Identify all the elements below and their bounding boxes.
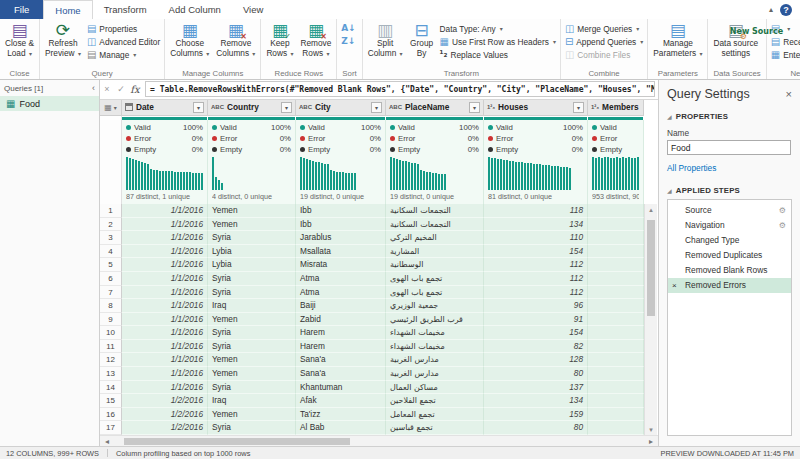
data-type-any-button[interactable]: Data Type: Any▾ [438, 22, 558, 35]
cell[interactable]: تجمع المعامل [386, 408, 484, 422]
cell[interactable]: Ta'izz [296, 408, 386, 422]
cell[interactable] [588, 394, 644, 408]
value-distribution-histogram[interactable] [390, 157, 479, 190]
scroll-right-icon[interactable]: ▸ [644, 437, 658, 446]
cell[interactable]: Zabid [296, 313, 386, 327]
help-icon[interactable]: ? [780, 4, 792, 16]
cell[interactable]: Atma [296, 286, 386, 300]
properties-section-header[interactable]: ◢ PROPERTIES [667, 112, 800, 121]
tab-transform[interactable]: Transform [93, 0, 158, 19]
cell[interactable]: 1/2/2016 [122, 421, 208, 435]
cell[interactable] [588, 313, 644, 327]
formula-input[interactable]: = Table.RemoveRowsWithErrors(#"Removed B… [145, 81, 655, 97]
cell[interactable]: Iraq [208, 299, 296, 313]
cell[interactable]: Harem [296, 326, 386, 340]
applied-steps-section-header[interactable]: ◢ APPLIED STEPS [667, 186, 800, 195]
select-all-button[interactable]: ▦▾ [100, 100, 122, 116]
row-number[interactable]: 11 [100, 340, 122, 354]
cell[interactable] [588, 231, 644, 245]
combine-files-button[interactable]: ◫Combine Files [563, 48, 645, 61]
cell[interactable]: 96 [484, 299, 588, 313]
cell[interactable] [588, 408, 644, 422]
column-header-country[interactable]: ABCCountry▾ [208, 100, 296, 116]
cell[interactable]: 1/2/2016 [122, 408, 208, 422]
cell[interactable]: المخيم التركي [386, 231, 484, 245]
all-properties-link[interactable]: All Properties [667, 163, 800, 173]
cell[interactable]: 80 [484, 367, 588, 381]
append-queries-button[interactable]: ⊟Append Queries▾ [563, 35, 645, 48]
row-number[interactable]: 4 [100, 245, 122, 259]
cell[interactable] [588, 204, 644, 218]
cell[interactable]: 110 [484, 231, 588, 245]
cell[interactable]: 134 [484, 218, 588, 232]
replace-values-button[interactable]: ¹₂Replace Values [438, 48, 558, 61]
cell[interactable]: 118 [484, 204, 588, 218]
cell[interactable]: Khantuman [296, 381, 386, 395]
close-load-button[interactable]: ▤Close &Load ▾ [2, 20, 37, 69]
query-item-food[interactable]: ▦Food [0, 96, 99, 111]
new-source-button[interactable]: ▤New Source▾ [769, 22, 800, 35]
cell[interactable] [588, 421, 644, 435]
value-distribution-histogram[interactable] [592, 157, 639, 190]
merge-queries-button[interactable]: ◫Merge Queries▾ [563, 22, 645, 35]
cell[interactable]: Syria [208, 272, 296, 286]
row-number[interactable]: 12 [100, 353, 122, 367]
cell[interactable] [588, 353, 644, 367]
row-number[interactable]: 8 [100, 299, 122, 313]
row-number[interactable]: 10 [100, 326, 122, 340]
filter-button[interactable]: ▾ [469, 102, 480, 113]
cell[interactable]: Al Bab [296, 421, 386, 435]
cell[interactable]: Syria [208, 421, 296, 435]
row-number[interactable]: 17 [100, 421, 122, 435]
cell[interactable]: مخيمات الشهداء [386, 326, 484, 340]
cell[interactable]: تجمع الفلاحين [386, 394, 484, 408]
cell[interactable] [588, 218, 644, 232]
cell[interactable]: التجمعات السكانية [386, 218, 484, 232]
tab-file[interactable]: File [0, 0, 43, 19]
cancel-formula-icon[interactable]: × [100, 84, 114, 94]
cell[interactable]: Ibb [296, 218, 386, 232]
value-distribution-histogram[interactable] [300, 157, 381, 190]
cell[interactable]: 128 [484, 353, 588, 367]
recent-sources-button[interactable]: ▤Recent Sources▾ [769, 35, 800, 48]
step-settings-gear-icon[interactable]: ⚙ [779, 218, 786, 233]
cell[interactable]: 112 [484, 258, 588, 272]
cell[interactable]: تجمع قباسين [386, 421, 484, 435]
delete-step-icon[interactable]: × [672, 278, 677, 293]
row-number[interactable]: 2 [100, 218, 122, 232]
cell[interactable]: المشارية [386, 245, 484, 259]
close-pane-icon[interactable]: × [786, 88, 792, 100]
cell[interactable]: 1/1/2016 [122, 286, 208, 300]
cell[interactable]: 80 [484, 421, 588, 435]
cell[interactable]: جمعية الوزيري [386, 299, 484, 313]
collapse-ribbon-icon[interactable]: ▴ [769, 5, 773, 14]
cell[interactable]: Yemen [208, 367, 296, 381]
choose-columns-button[interactable]: ▦ChooseColumns ▾ [167, 20, 212, 69]
row-number[interactable]: 3 [100, 231, 122, 245]
sort-descending-button[interactable]: Z↓ [339, 35, 358, 48]
cell[interactable]: 1/1/2016 [122, 258, 208, 272]
applied-step-removed-errors[interactable]: ×Removed Errors [668, 278, 791, 293]
cell[interactable]: Syria [208, 381, 296, 395]
row-number[interactable]: 13 [100, 367, 122, 381]
cell[interactable]: 1/1/2016 [122, 367, 208, 381]
cell[interactable] [588, 258, 644, 272]
cell[interactable]: 1/1/2016 [122, 204, 208, 218]
cell[interactable]: 137 [484, 381, 588, 395]
cell[interactable]: 1/1/2016 [122, 218, 208, 232]
cell[interactable]: 154 [484, 326, 588, 340]
cell[interactable]: 154 [484, 245, 588, 259]
cell[interactable]: 1/1/2016 [122, 381, 208, 395]
column-header-placename[interactable]: ABCPlaceName▾ [386, 100, 484, 116]
tab-add-column[interactable]: Add Column [158, 0, 232, 19]
cell[interactable]: Baiji [296, 299, 386, 313]
column-header-date[interactable]: Date▾ [122, 100, 208, 116]
cell[interactable] [588, 272, 644, 286]
cell[interactable] [588, 381, 644, 395]
value-distribution-histogram[interactable] [126, 157, 203, 190]
cell[interactable]: 1/2/2016 [122, 394, 208, 408]
scroll-left-icon[interactable]: ◂ [100, 437, 114, 446]
cell[interactable]: Syria [208, 286, 296, 300]
cell[interactable]: Syria [208, 326, 296, 340]
cell[interactable] [588, 245, 644, 259]
